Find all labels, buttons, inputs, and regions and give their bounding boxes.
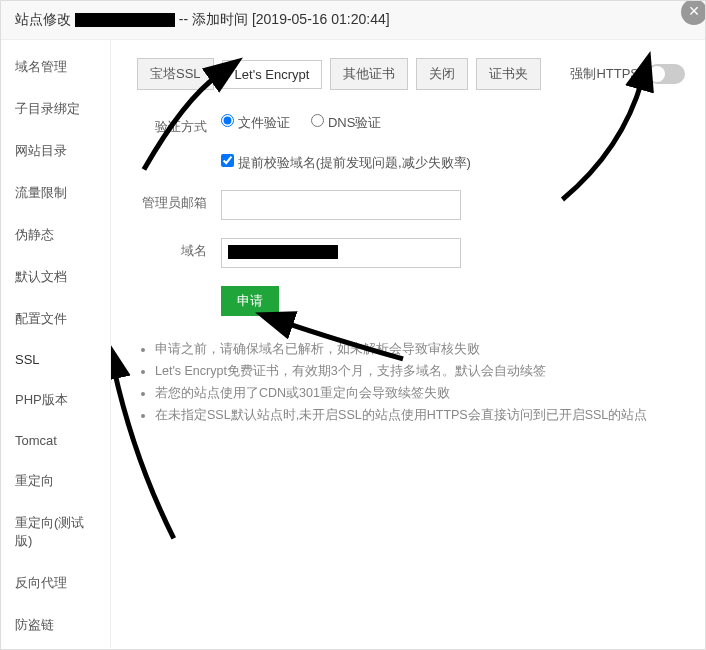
close-icon[interactable]: × [681,0,706,25]
ssl-form: 验证方式 文件验证 DNS验证 提前校验域名(提前发现问题,减少失败率) 管理员… [137,114,685,316]
tab-close-ssl[interactable]: 关闭 [416,58,468,90]
sidebar-item-rewrite[interactable]: 伪静态 [1,214,110,256]
force-https-label: 强制HTTPS [570,65,639,83]
force-https-block: 强制HTTPS [570,64,685,84]
site-edit-modal: × 站点修改 -- 添加时间 [2019-05-16 01:20:44] 域名管… [0,0,706,650]
title-mid: -- 添加时间 [179,11,248,27]
sidebar-item-redirect[interactable]: 重定向 [1,460,110,502]
note-item: 申请之前，请确保域名已解析，如未解析会导致审核失败 [155,338,685,360]
checkbox-precheck[interactable]: 提前校验域名(提前发现问题,减少失败率) [221,155,471,170]
title-prefix: 站点修改 [15,11,71,27]
sidebar-item-traffic-limit[interactable]: 流量限制 [1,172,110,214]
admin-email-input[interactable] [221,190,461,220]
title-time: [2019-05-16 01:20:44] [252,11,390,27]
domain-label: 域名 [137,238,221,260]
tab-lets-encrypt[interactable]: Let's Encrypt [222,60,323,89]
checkbox-precheck-input[interactable] [221,154,234,167]
sidebar-item-response-log[interactable]: 响应日志 [1,646,110,650]
force-https-toggle[interactable] [647,64,685,84]
radio-file-verify[interactable]: 文件验证 [221,115,290,130]
radio-dns-verify-input[interactable] [311,114,324,127]
radio-file-verify-input[interactable] [221,114,234,127]
sidebar-item-ssl[interactable]: SSL [1,340,110,379]
admin-email-label: 管理员邮箱 [137,190,221,212]
verify-method-label: 验证方式 [137,114,221,136]
redacted-domain [75,13,175,27]
radio-dns-verify[interactable]: DNS验证 [311,115,381,130]
modal-title: 站点修改 -- 添加时间 [2019-05-16 01:20:44] [1,1,705,40]
tab-other-cert[interactable]: 其他证书 [330,58,408,90]
tab-cert-folder[interactable]: 证书夹 [476,58,541,90]
sidebar-item-default-doc[interactable]: 默认文档 [1,256,110,298]
sidebar: 域名管理 子目录绑定 网站目录 流量限制 伪静态 默认文档 配置文件 SSL P… [1,40,111,648]
redacted-domain-value [228,245,338,259]
note-item: Let's Encrypt免费证书，有效期3个月，支持多域名。默认会自动续签 [155,360,685,382]
apply-button[interactable]: 申请 [221,286,279,316]
sidebar-item-domain-manage[interactable]: 域名管理 [1,46,110,88]
sidebar-item-config-file[interactable]: 配置文件 [1,298,110,340]
sidebar-item-subdir-bind[interactable]: 子目录绑定 [1,88,110,130]
sidebar-item-anti-leech[interactable]: 防盗链 [1,604,110,646]
ssl-tabs: 宝塔SSL Let's Encrypt 其他证书 关闭 证书夹 强制HTTPS [137,58,685,90]
sidebar-item-site-dir[interactable]: 网站目录 [1,130,110,172]
note-item: 在未指定SSL默认站点时,未开启SSL的站点使用HTTPS会直接访问到已开启SS… [155,404,685,426]
sidebar-item-reverse-proxy[interactable]: 反向代理 [1,562,110,604]
domain-select-box[interactable] [221,238,461,268]
sidebar-item-redirect-beta[interactable]: 重定向(测试版) [1,502,110,562]
note-item: 若您的站点使用了CDN或301重定向会导致续签失败 [155,382,685,404]
main-panel: 宝塔SSL Let's Encrypt 其他证书 关闭 证书夹 强制HTTPS … [111,40,705,648]
sidebar-item-tomcat[interactable]: Tomcat [1,421,110,460]
notes-list: 申请之前，请确保域名已解析，如未解析会导致审核失败 Let's Encrypt免… [137,338,685,426]
sidebar-item-php-version[interactable]: PHP版本 [1,379,110,421]
tab-baota-ssl[interactable]: 宝塔SSL [137,58,214,90]
